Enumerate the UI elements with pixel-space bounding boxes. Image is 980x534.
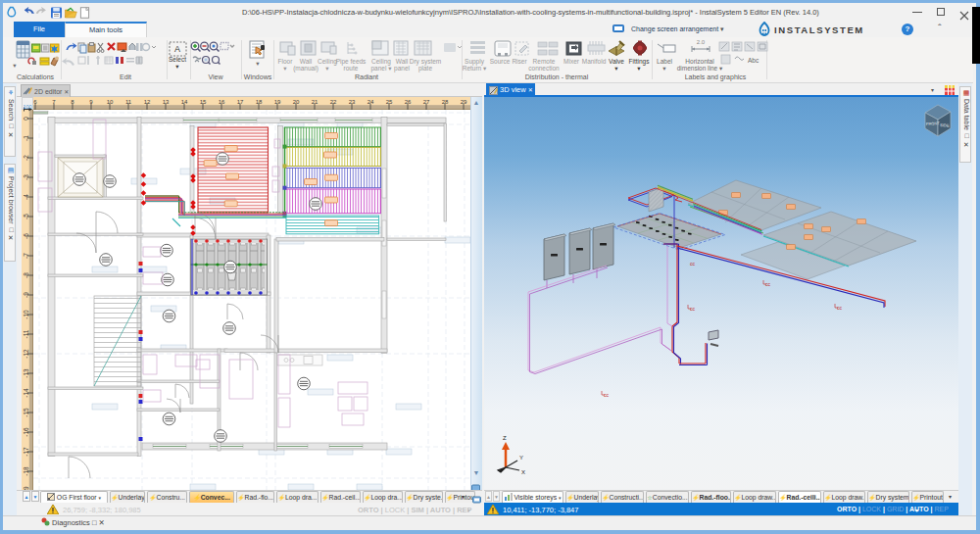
- svg-text:Abc: Abc: [748, 57, 760, 64]
- svg-text:FRONT: FRONT: [926, 121, 941, 126]
- svg-text:cc: cc: [690, 306, 696, 312]
- svg-text:Z: Z: [503, 435, 507, 441]
- svg-text:cc: cc: [604, 392, 610, 398]
- svg-text:X: X: [521, 469, 525, 475]
- svg-text:A: A: [174, 44, 180, 54]
- svg-text:SIDE: SIDE: [940, 122, 950, 128]
- svg-text:2.0: 2.0: [697, 39, 706, 45]
- svg-text:Y: Y: [519, 455, 523, 461]
- svg-text:cc: cc: [690, 261, 696, 267]
- svg-text:cc: cc: [765, 281, 771, 287]
- svg-text:cc: cc: [837, 305, 843, 311]
